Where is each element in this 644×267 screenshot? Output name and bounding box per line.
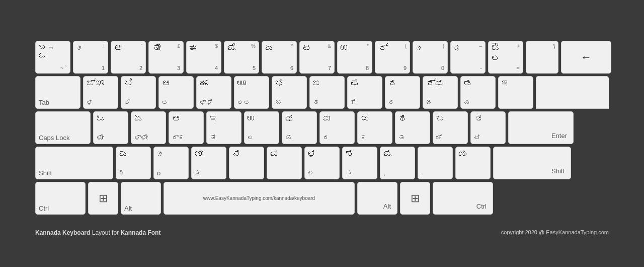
windows-icon: ⊞ [99, 192, 108, 205]
key-t[interactable]: ಊ ಲಲ [234, 76, 269, 109]
key-f[interactable]: ಇ ತಿ [206, 111, 242, 144]
key-a[interactable]: ಓ ಳೋ [93, 111, 128, 144]
enter-key-top[interactable] [536, 76, 609, 109]
footer-left: Kannada Keyboard Layout for Kannada Font [35, 229, 160, 236]
key-3[interactable]: £ ತೀ 3 [148, 41, 184, 74]
key-h[interactable]: ಫ ಪ [282, 111, 317, 144]
key-n[interactable]: ಳ ಲ [304, 147, 340, 179]
shift-right-key[interactable]: Shift [493, 147, 571, 179]
keyboard-container: ಬ ¬ಓ ~ ` ! ಂ 1 " ಅ 2 £ ತೀ 3 $ ಈ 4 % ಷೆ 5 [20, 31, 624, 227]
key-k[interactable]: ಖ ಕ [357, 111, 392, 144]
row-bottom: Ctrl ⊞ Alt www.EasyKannadaTyping.com/kan… [35, 182, 609, 215]
ctrl-right-key[interactable]: Ctrl [433, 182, 493, 215]
key-g[interactable]: ಉ ಲ [244, 111, 279, 144]
footer: Kannada Keyboard Layout for Kannada Font… [20, 227, 624, 236]
win-right-key[interactable]: ⊞ [400, 182, 430, 215]
footer-brand: Kannada Keyboard [35, 229, 90, 236]
key-period[interactable]: . [418, 147, 453, 179]
key-q[interactable]: ಜ್ಞಾ ಳ [83, 76, 118, 109]
enter-key[interactable]: Enter [508, 111, 574, 144]
key-v[interactable]: ನ [229, 147, 264, 179]
key-d[interactable]: ಆ ರ್ಕ [169, 111, 204, 144]
shift-left-key[interactable]: Shift [35, 147, 113, 179]
alt-left-key[interactable]: Alt [121, 182, 161, 215]
key-x[interactable]: ಂ o [153, 147, 189, 179]
key-7[interactable]: & ಟ 7 [299, 41, 335, 74]
backspace-key[interactable]: ← [561, 41, 611, 74]
capslock-key[interactable]: Caps Lock [35, 111, 91, 144]
key-m[interactable]: ಶ ಸ [342, 147, 377, 179]
key-equals[interactable]: + ಔಲ = [488, 41, 523, 74]
key-e[interactable]: ಆ ಲ [158, 76, 194, 109]
key-bracket-right[interactable]: ಇ [498, 76, 533, 109]
key-l[interactable]: ಥ ತ [395, 111, 430, 144]
key-b[interactable]: ವ [267, 147, 302, 179]
win-left-key[interactable]: ⊞ [88, 182, 118, 215]
key-5[interactable]: % ಷೆ 5 [224, 41, 259, 74]
key-j[interactable]: ಐ ರ [319, 111, 355, 144]
windows-icon-right: ⊞ [411, 192, 420, 205]
key-4[interactable]: $ ಈ 4 [186, 41, 221, 74]
tab-key[interactable]: Tab [35, 76, 80, 109]
key-z[interactable]: ಎ ಿ [116, 147, 151, 179]
key-backslash[interactable]: | \ [526, 41, 558, 74]
key-comma[interactable]: ಷ , [380, 147, 415, 179]
key-i[interactable]: ಫ ಗ [347, 76, 382, 109]
key-y[interactable]: ಭ ಬ [272, 76, 307, 109]
key-6[interactable]: ^ ಏ 6 [262, 41, 297, 74]
key-r[interactable]: ಈಾ ಳ್ಳೆ [196, 76, 231, 109]
row-shift: Shift ಎ ಿ ಂ o ಣಾ ಮ ನ ವ ಳ ಲ ಶ ಸ ಷ , [35, 147, 609, 179]
key-9[interactable]: ( ರ್ 9 [375, 41, 410, 74]
footer-font: Kannada Font [120, 229, 160, 236]
key-u[interactable]: ಜ ಹ [309, 76, 345, 109]
key-semicolon[interactable]: ಬ ಚೆ [433, 111, 468, 144]
alt-right-key[interactable]: Alt [357, 182, 397, 215]
key-0[interactable]: ) ಂ 0 [413, 41, 448, 74]
row-tab: Tab ಜ್ಞಾ ಳ ಬಿ ಲಿ ಆ ಲ ಈಾ ಳ್ಳೆ ಊ ಲಲ ಭ ಬ ಜ … [35, 76, 609, 109]
key-quote[interactable]: ತ ಟಿ [470, 111, 506, 144]
key-slash[interactable]: ಯ [455, 147, 491, 179]
key-2[interactable]: " ಅ 2 [111, 41, 146, 74]
row-caps: Caps Lock ಓ ಳೋ ಏ ಳ್ಳೇ ಆ ರ್ಕ ಇ ತಿ ಉ ಲ ಫ ಪ… [35, 111, 609, 144]
ctrl-left-key[interactable]: Ctrl [35, 182, 86, 215]
key-o[interactable]: ದ ದ [385, 76, 420, 109]
spacebar-label: www.EasyKannadaTyping.com/kannada/keyboa… [203, 195, 315, 201]
key-bracket-left[interactable]: ಡ ಡ [460, 76, 496, 109]
footer-copyright: copyright 2020 @ EasyKannadaTyping.com [501, 229, 609, 236]
key-w[interactable]: ಬಿ ಲಿ [121, 76, 156, 109]
footer-layout-text: Layout for [92, 229, 121, 236]
spacebar-key[interactable]: www.EasyKannadaTyping.com/kannada/keyboa… [164, 182, 355, 215]
key-minus[interactable]: – ಃ - [450, 41, 486, 74]
key-s[interactable]: ಏ ಳ್ಳೇ [131, 111, 166, 144]
key-p[interactable]: ರ್ಯ ಜ [423, 76, 458, 109]
key-backtick[interactable]: ಬ ¬ಓ ~ ` [35, 41, 70, 74]
key-1[interactable]: ! ಂ 1 [73, 41, 108, 74]
key-c[interactable]: ಣಾ ಮ [191, 147, 226, 179]
key-8[interactable]: * ಉ 8 [337, 41, 372, 74]
row-number: ಬ ¬ಓ ~ ` ! ಂ 1 " ಅ 2 £ ತೀ 3 $ ಈ 4 % ಷೆ 5 [35, 41, 609, 74]
